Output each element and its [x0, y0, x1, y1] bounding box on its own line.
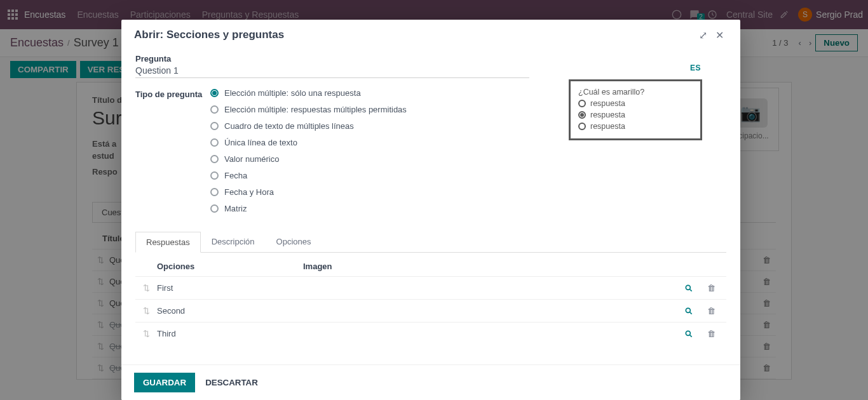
preview-answer-0: respuesta [578, 99, 693, 108]
modal-tabs: Respuestas Descripción Opciones [135, 231, 726, 253]
type-option-7[interactable]: Matriz [210, 204, 726, 213]
modal-header: Abrir: Secciones y preguntas ⤢ ✕ [121, 20, 740, 48]
radio-icon [210, 105, 219, 114]
answer-text[interactable]: Third [153, 329, 684, 338]
svg-point-2 [686, 308, 690, 312]
svg-point-3 [686, 331, 690, 335]
trash-icon[interactable]: 🗑 [707, 283, 726, 293]
svg-point-1 [686, 285, 690, 290]
answers-header: Opciones Imagen [135, 253, 726, 276]
col-options: Opciones [157, 262, 303, 271]
zoom-icon[interactable] [684, 284, 707, 293]
tab-answers[interactable]: Respuestas [135, 232, 201, 253]
radio-icon [578, 123, 586, 130]
type-label: Tipo de pregunta [135, 87, 210, 99]
trash-icon[interactable]: 🗑 [707, 306, 726, 316]
radio-icon [210, 188, 219, 196]
radio-icon [210, 122, 219, 130]
modal-body: Pregunta ES Tipo de pregunta Elección mú… [121, 48, 740, 364]
trash-icon[interactable]: 🗑 [707, 329, 726, 338]
save-button[interactable]: GUARDAR [134, 373, 195, 392]
radio-icon [578, 111, 586, 119]
question-preview: ¿Cuál es amarillo? respuesta respuesta r… [569, 79, 702, 140]
type-option-4[interactable]: Valor numérico [210, 154, 726, 164]
drag-icon[interactable]: ⇅ [139, 283, 153, 293]
zoom-icon[interactable] [684, 330, 707, 338]
tab-options[interactable]: Opciones [266, 231, 322, 252]
answer-text[interactable]: First [153, 283, 684, 293]
question-input[interactable] [135, 63, 529, 78]
answer-text[interactable]: Second [153, 306, 684, 316]
modal-footer: GUARDAR DESCARTAR [121, 364, 740, 400]
drag-icon[interactable]: ⇅ [139, 329, 153, 338]
tab-description[interactable]: Descripción [201, 231, 266, 252]
radio-icon [210, 89, 219, 97]
preview-answer-1: respuesta [578, 110, 693, 119]
preview-answer-2: respuesta [578, 122, 693, 131]
drag-icon[interactable]: ⇅ [139, 306, 153, 316]
radio-icon [210, 171, 219, 180]
answer-row-1: ⇅ Second 🗑 [135, 299, 726, 322]
type-option-6[interactable]: Fecha y Hora [210, 187, 726, 197]
lang-button[interactable]: ES [690, 63, 701, 72]
zoom-icon[interactable] [684, 307, 707, 316]
type-option-5[interactable]: Fecha [210, 171, 726, 180]
preview-question: ¿Cuál es amarillo? [578, 88, 693, 97]
radio-icon [210, 138, 219, 147]
answer-row-2: ⇅ Third 🗑 [135, 322, 726, 345]
radio-icon [210, 155, 219, 163]
question-label: Pregunta [135, 51, 210, 63]
answer-row-0: ⇅ First 🗑 [135, 276, 726, 299]
discard-button[interactable]: DESCARTAR [205, 378, 258, 387]
radio-icon [578, 100, 586, 107]
question-modal: Abrir: Secciones y preguntas ⤢ ✕ Pregunt… [121, 20, 740, 400]
col-image: Imagen [303, 262, 726, 271]
radio-icon [210, 204, 219, 213]
close-icon[interactable]: ✕ [711, 29, 728, 41]
expand-icon[interactable]: ⤢ [695, 29, 711, 41]
modal-title: Abrir: Secciones y preguntas [134, 29, 284, 41]
